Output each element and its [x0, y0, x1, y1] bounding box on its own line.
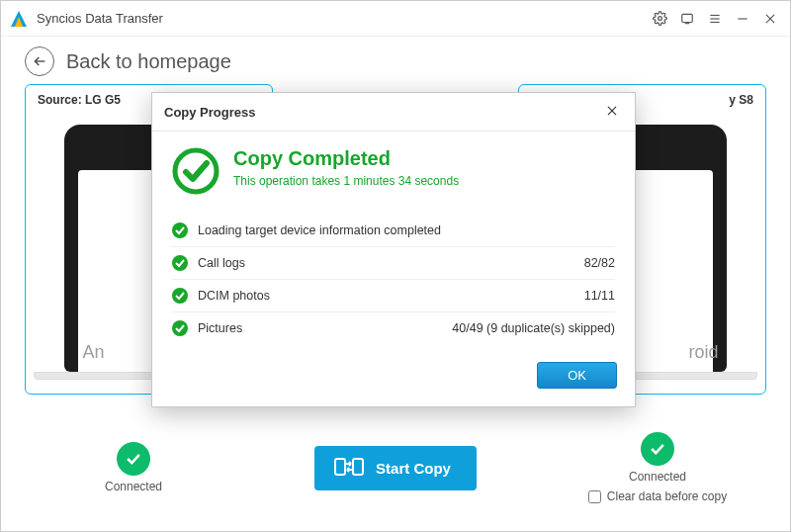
copy-progress-dialog: Copy Progress Copy Completed This operat…	[151, 92, 636, 407]
row-label: DCIM photos	[198, 289, 584, 303]
row-label: Loading target device information comple…	[198, 223, 615, 237]
row-label: Pictures	[198, 321, 452, 335]
svg-point-17	[172, 255, 188, 271]
progress-row: Loading target device information comple…	[172, 215, 615, 247]
dialog-headline: Copy Completed	[233, 147, 459, 170]
check-icon	[172, 288, 188, 304]
progress-row: Pictures 40/49 (9 duplicate(s) skipped)	[172, 312, 615, 344]
modal-overlay: Copy Progress Copy Completed This operat…	[1, 1, 790, 531]
ok-label: OK	[568, 368, 586, 383]
check-icon	[172, 222, 188, 238]
check-icon	[172, 255, 188, 271]
svg-point-15	[175, 150, 217, 192]
row-label: Call logs	[198, 256, 584, 270]
progress-row: Call logs 82/82	[172, 247, 615, 280]
dialog-footer: OK	[152, 362, 635, 406]
dialog-subline: This operation takes 1 minutes 34 second…	[233, 174, 459, 188]
dialog-body: Copy Completed This operation takes 1 mi…	[152, 132, 635, 362]
progress-row: DCIM photos 11/11	[172, 280, 615, 312]
row-value: 11/11	[584, 289, 615, 303]
row-value: 82/82	[584, 256, 615, 270]
dialog-close-button[interactable]	[601, 101, 623, 123]
svg-point-19	[172, 320, 188, 336]
success-check-icon	[172, 147, 220, 195]
ok-button[interactable]: OK	[537, 362, 617, 389]
dialog-header: Copy Completed This operation takes 1 mi…	[172, 147, 615, 195]
dialog-title: Copy Progress	[164, 105, 255, 120]
row-value: 40/49 (9 duplicate(s) skipped)	[452, 321, 615, 335]
check-icon	[172, 320, 188, 336]
svg-point-16	[172, 222, 188, 238]
svg-point-18	[172, 288, 188, 304]
dialog-titlebar: Copy Progress	[152, 93, 635, 132]
